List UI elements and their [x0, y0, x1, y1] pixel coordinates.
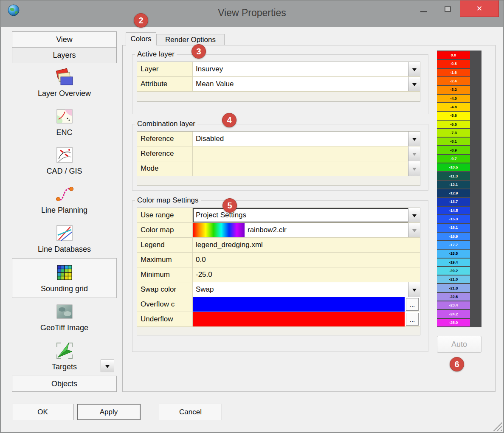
color-scale-swatch: -2.4	[437, 77, 470, 85]
color-scale-legend: 0.0-0.8-1.6-2.4-3.2-4.0-4.8-5.6-6.5-7.3-…	[437, 51, 481, 327]
color-scale-entry: -21.8	[437, 284, 481, 292]
color-scale-swatch: 0.0	[437, 51, 470, 59]
sidebar-item-label: Line Databases	[38, 245, 91, 254]
chevron-down-icon	[412, 138, 417, 141]
color-scale-entry: -18.5	[437, 249, 481, 258]
field-value: legend_dredging.xml	[193, 238, 420, 252]
sidebar-item-line-databases[interactable]: Line Databases	[12, 219, 117, 258]
underflow-color-field: ...	[193, 312, 420, 326]
color-scale-swatch: -10.5	[437, 163, 470, 171]
ok-button[interactable]: OK	[12, 404, 73, 420]
chevron-down-icon	[412, 229, 417, 232]
dropdown-arrow-button[interactable]	[408, 77, 420, 91]
annotation-badge-6: 6	[450, 357, 464, 371]
dropdown-arrow-button[interactable]	[408, 282, 420, 297]
field-value: rainbow2.clr	[245, 223, 408, 237]
layer-combobox[interactable]: Insurvey	[193, 62, 420, 76]
cancel-button[interactable]: Cancel	[159, 404, 222, 420]
sidebar-item-cad-gis[interactable]: CAD / GIS	[12, 141, 117, 180]
maximize-icon	[445, 6, 451, 12]
sidebar-item-label: CAD / GIS	[46, 167, 82, 176]
overflow-c-color-field: ...	[193, 297, 420, 312]
attribute-combobox[interactable]: Mean Value	[193, 77, 420, 91]
sidebar-item-line-planning[interactable]: Line Planning	[12, 180, 117, 219]
color-scale-entry: -17.7	[437, 241, 481, 249]
dropdown-arrow-button[interactable]	[408, 62, 420, 76]
annotation-badge-4: 4	[222, 113, 237, 127]
property-row: AttributeMean Value	[137, 77, 420, 92]
reference-combobox[interactable]: Disabled	[193, 132, 420, 146]
field-label: Use range	[137, 208, 193, 222]
line-planning-icon	[55, 184, 74, 204]
minimize-button[interactable]	[416, 3, 431, 15]
field-value	[193, 161, 408, 176]
layers-panel-button[interactable]: Layers	[12, 47, 117, 63]
sidebar-item-enc[interactable]: ENC	[12, 102, 117, 141]
color-scale-swatch: -8.9	[437, 146, 470, 154]
swap-color-combobox[interactable]: Swap	[193, 282, 420, 297]
sidebar-item-label: Line Planning	[41, 206, 87, 215]
dropdown-arrow-button[interactable]	[408, 208, 420, 222]
sidebar-item-layer-overview[interactable]: Layer Overview	[12, 63, 117, 102]
enc-icon	[55, 107, 74, 126]
close-button[interactable]: ✕	[460, 0, 499, 17]
objects-panel-button[interactable]: Objects	[12, 376, 117, 392]
chevron-down-icon	[412, 68, 417, 71]
property-row: Use rangeProject Settings	[137, 208, 420, 223]
color-scale-swatch: -6.5	[437, 121, 470, 128]
view-properties-dialog: View Properties ✕ View Layers Layer Over…	[0, 0, 504, 433]
color-scale-entry: -14.5	[437, 206, 481, 215]
active-layer-group: Active layer LayerInsurveyAttributeMean …	[132, 54, 428, 114]
maximize-button[interactable]	[440, 3, 455, 15]
color-scale-swatch: -13.7	[437, 198, 470, 205]
field-label: Attribute	[137, 77, 193, 91]
title-bar[interactable]: View Properties ✕	[0, 0, 504, 27]
property-row: Color maprainbow2.clr	[137, 223, 420, 238]
sidebar-item-label: ENC	[56, 128, 72, 137]
field-label: Swap color	[137, 282, 193, 297]
color-scale-swatch: -21.8	[437, 284, 470, 292]
targets-dropdown-button[interactable]	[101, 360, 114, 372]
underflow-browse-button[interactable]: ...	[406, 313, 419, 326]
property-row: Maximum0.0	[137, 253, 420, 267]
view-panel-button[interactable]: View	[12, 31, 117, 48]
color-scale-entry: -2.4	[437, 77, 481, 85]
color-scale-entry: -23.4	[437, 301, 481, 309]
tab-colors[interactable]: Colors	[126, 32, 156, 45]
property-row: Minimum-25.0	[137, 267, 420, 282]
apply-button[interactable]: Apply	[77, 404, 141, 420]
dropdown-arrow-button[interactable]	[408, 132, 420, 146]
combination-layer-grid: ReferenceDisabledReferenceMode	[137, 131, 420, 186]
chevron-down-icon	[105, 365, 110, 368]
sidebar-item-sounding-grid[interactable]: Sounding grid	[12, 258, 117, 298]
property-row: Swap colorSwap	[137, 282, 420, 297]
annotation-badge-5: 5	[222, 198, 237, 213]
group-title-color-map-settings: Color map Settings	[135, 196, 201, 205]
sounding-grid-icon	[55, 263, 74, 282]
annotation-badge-3: 3	[191, 44, 206, 59]
field-label: Underflow	[137, 312, 193, 326]
color-scale-swatch: -9.7	[437, 155, 470, 163]
color-scale-entry: -11.3	[437, 172, 481, 180]
color-scale-swatch: -3.2	[437, 86, 470, 93]
color-scale-swatch: -4.8	[437, 103, 470, 111]
reference-combobox	[193, 146, 420, 161]
color-map-combobox: rainbow2.clr	[193, 223, 420, 237]
color-scale-entry: -16.1	[437, 223, 481, 232]
color-scale-swatch: -21.0	[437, 276, 470, 283]
sidebar-item-geotiff-image[interactable]: GeoTiff Image	[12, 298, 117, 337]
overflow-c-browse-button[interactable]: ...	[406, 298, 419, 311]
color-scale-entry: -16.9	[437, 232, 481, 241]
sidebar-item-targets[interactable]: Targets	[12, 337, 117, 376]
tab-render-options[interactable]: Render Options	[156, 34, 225, 45]
chevron-down-icon	[412, 83, 417, 86]
layers-list: Layer Overview ENC CAD / GIS Line Planni…	[12, 63, 117, 376]
property-row: Legendlegend_dredging.xml	[137, 238, 420, 253]
auto-button[interactable]: Auto	[437, 336, 481, 353]
group-title-active-layer: Active layer	[135, 50, 177, 59]
dropdown-arrow-button	[408, 146, 420, 161]
field-label: Color map	[137, 223, 193, 237]
property-row: Reference	[137, 146, 420, 161]
field-label: Legend	[137, 238, 193, 252]
colormap-gradient-swatch	[193, 223, 245, 237]
